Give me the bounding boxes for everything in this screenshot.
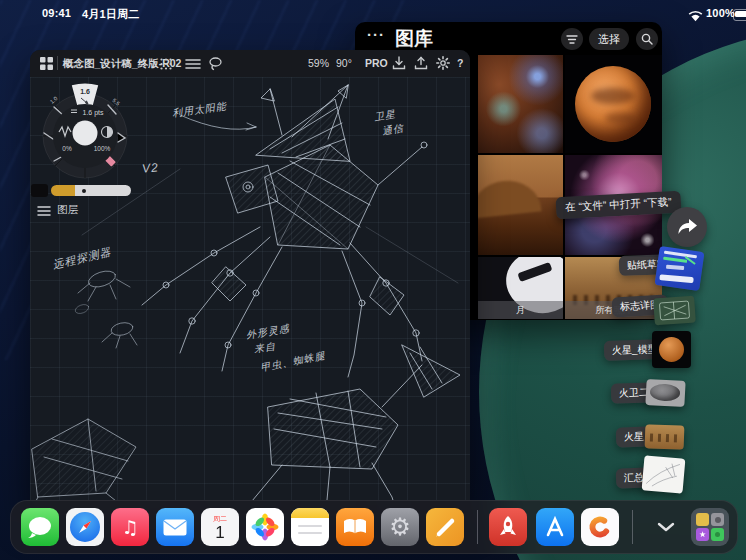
deimos-thumbnail[interactable] xyxy=(645,379,685,407)
dock-notes-icon[interactable] xyxy=(291,508,329,546)
gallery-title: 图库 xyxy=(395,26,433,52)
dock-music-icon[interactable]: ♫ xyxy=(111,508,149,546)
status-time: 09:41 xyxy=(42,7,71,19)
dock-sketch-pen-icon[interactable] xyxy=(426,508,464,546)
mars-model-thumbnail[interactable] xyxy=(652,331,691,368)
battery-icon xyxy=(733,9,746,21)
rotation-value[interactable]: 90° xyxy=(336,57,352,69)
color-slider[interactable] xyxy=(51,185,131,196)
help-button[interactable]: ? xyxy=(457,57,463,69)
forward-arrow-icon xyxy=(677,219,697,235)
svg-text:1.6 pts: 1.6 pts xyxy=(82,109,104,117)
dock-concepts-icon[interactable] xyxy=(581,508,619,546)
dock-appstore-icon[interactable] xyxy=(536,508,574,546)
sticker-draft-thumbnail[interactable] xyxy=(655,246,705,291)
chevron-down-icon xyxy=(657,522,675,532)
precision-grid-icon[interactable] xyxy=(160,58,172,70)
settings-gear-icon[interactable] xyxy=(436,56,450,70)
dock: ♫ 周二 1 ⚙ xyxy=(10,500,738,554)
photo-mars-planet[interactable] xyxy=(565,55,662,153)
dock-mail-icon[interactable] xyxy=(156,508,194,546)
status-date: 4月1日周二 xyxy=(82,7,139,22)
dock-app-library-icon[interactable]: ★ xyxy=(691,508,729,546)
tool-wheel[interactable]: 1.6 1.0 5.5 1.6 pts 0% 100% xyxy=(30,81,140,191)
logo-detail-thumbnail[interactable] xyxy=(653,296,696,326)
calendar-day: 1 xyxy=(215,524,224,542)
ipad-screen: 09:41 4月1日周二 100% ··· 图库 选择 xyxy=(0,0,746,560)
album-label: 月 xyxy=(478,301,563,319)
select-button[interactable]: 选择 xyxy=(589,28,629,50)
dock-safari-icon[interactable] xyxy=(66,508,104,546)
import-icon[interactable] xyxy=(392,56,406,70)
search-icon xyxy=(641,33,653,45)
svg-text:1.6: 1.6 xyxy=(80,88,90,95)
svg-text:0%: 0% xyxy=(62,145,72,152)
svg-text:100%: 100% xyxy=(94,145,111,152)
photo-mars-surface[interactable] xyxy=(478,155,563,255)
concepts-toolbar: 概念图_设计稿_终版-R02 59% 90° PRO ? xyxy=(30,50,470,78)
annotation-version: V2 xyxy=(141,160,159,176)
slider-handle[interactable] xyxy=(82,189,86,193)
dock-messages-icon[interactable] xyxy=(21,508,59,546)
dock-divider xyxy=(632,510,633,544)
mars-thumbnail[interactable] xyxy=(645,424,685,449)
app-grid-icon[interactable] xyxy=(40,57,53,70)
lasso-icon[interactable] xyxy=(208,56,223,71)
dock-calendar-icon[interactable]: 周二 1 xyxy=(201,508,239,546)
concepts-window: 概念图_设计稿_终版-R02 59% 90° PRO ? xyxy=(30,50,470,510)
layers-icon[interactable] xyxy=(185,58,201,70)
summary-thumbnail[interactable] xyxy=(642,455,686,493)
filter-button[interactable] xyxy=(561,28,583,50)
search-button[interactable] xyxy=(636,28,658,50)
toolbar-divider xyxy=(57,56,58,70)
dock-rocket-icon[interactable] xyxy=(489,508,527,546)
zoom-level[interactable]: 59% xyxy=(308,57,329,69)
dock-photos-icon[interactable] xyxy=(246,508,284,546)
dock-settings-icon[interactable]: ⚙ xyxy=(381,508,419,546)
color-swatch-black[interactable] xyxy=(31,184,48,197)
dock-divider xyxy=(477,510,478,544)
mars-globe xyxy=(575,66,651,142)
battery-percent: 100% xyxy=(706,7,735,19)
dock-books-icon[interactable] xyxy=(336,508,374,546)
brush-preview-dot[interactable] xyxy=(73,121,98,146)
export-icon[interactable] xyxy=(414,56,428,70)
layers-label[interactable]: 图层 xyxy=(57,203,78,217)
layers-menu-icon[interactable] xyxy=(37,206,51,216)
album-moon[interactable]: 月 xyxy=(478,257,563,319)
photo-orion-nebula[interactable] xyxy=(478,55,563,153)
filter-lines-icon xyxy=(566,35,578,44)
pro-badge[interactable]: PRO xyxy=(365,57,388,69)
share-forward-button[interactable] xyxy=(667,207,707,247)
wifi-icon xyxy=(688,8,703,26)
svg-text:1.0: 1.0 xyxy=(49,95,59,105)
dock-collapse-button[interactable] xyxy=(654,517,678,537)
gallery-menu-button[interactable]: ··· xyxy=(367,26,385,43)
